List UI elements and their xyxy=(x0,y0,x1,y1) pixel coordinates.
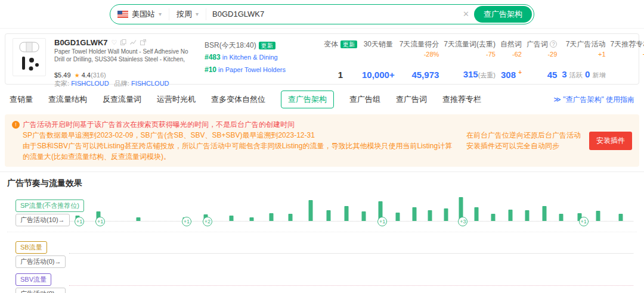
star-icon: ★ xyxy=(75,72,80,79)
sbv-campaigns-link[interactable]: 广告活动(0)→ xyxy=(16,288,66,293)
clear-search-icon[interactable]: ✕ xyxy=(458,10,474,18)
info-icon[interactable]: ? xyxy=(550,40,557,48)
sp-traffic-label[interactable]: SP流量(不含推荐位) xyxy=(16,200,84,212)
campaign-active-value[interactable]: 3 xyxy=(562,69,566,79)
score-value[interactable]: 45,973 xyxy=(400,70,439,80)
sbv-traffic-label[interactable]: SBV流量 xyxy=(16,273,51,286)
adwords-delta: -29 xyxy=(527,51,557,60)
stat-variant: 变体更新 1 xyxy=(324,39,357,80)
row-separator xyxy=(7,232,637,232)
seller-link[interactable]: FISHCLOUD xyxy=(71,80,109,87)
notice-line-1: 广告活动开启时间基于该广告首次在搜索页获得曝光的时间，不是后台广告的创建时间 xyxy=(23,119,295,130)
external-link-icon[interactable] xyxy=(140,39,146,46)
campaign-delta: +1 xyxy=(562,51,605,60)
stat-sales-30d: 30天销量 10,000+ xyxy=(362,39,395,80)
rec-delta: +1 xyxy=(611,51,644,60)
variant-value: 1 xyxy=(324,70,357,80)
tab-traffic-structure[interactable]: 查流量结构 xyxy=(48,94,87,105)
sb-campaigns-link[interactable]: 广告活动(0)→ xyxy=(16,255,66,268)
product-image[interactable] xyxy=(13,38,46,76)
plugin-promo-line-1: 在前台广告位逆向还原后台广告活动 xyxy=(466,130,581,141)
organic-plus: + xyxy=(518,69,522,76)
product-main-info: B0GD1GLWK7 ♡ Paper Towel Holder Wall Mou… xyxy=(54,38,196,80)
search-input[interactable] xyxy=(206,10,458,18)
install-plugin-button[interactable]: 安装插件 xyxy=(589,132,632,150)
site-select-label: 美国站 xyxy=(132,9,155,20)
product-rating: 4.4 xyxy=(82,71,91,79)
product-asin[interactable]: B0GD1GLWK7 xyxy=(54,38,108,47)
copy-icon[interactable] xyxy=(120,39,126,46)
favorite-heart-icon[interactable]: ♡ xyxy=(112,39,117,46)
rec-value[interactable]: 6 xyxy=(611,70,644,80)
bsr-rank-1: #483 xyxy=(205,53,221,61)
words-suffix: (去重) xyxy=(478,71,496,79)
search-button[interactable]: 查广告架构 xyxy=(474,6,532,23)
guide-chevrons-icon: ≫ xyxy=(553,95,561,104)
tab-time-machine[interactable]: 运营时光机 xyxy=(157,94,196,105)
variant-update-badge[interactable]: 更新 xyxy=(340,40,357,48)
organic-value[interactable]: 308 xyxy=(501,70,516,80)
tab-ad-architecture[interactable]: 查广告架构 xyxy=(281,91,334,108)
stat-ad-words: 广告词 ? -29 45 xyxy=(527,39,557,80)
sb-baseline xyxy=(69,253,633,254)
bsr-category-1-link[interactable]: in Kitchen & Dining xyxy=(222,54,278,61)
ad-rhythm-chart: SP流量(不含推荐位) 广告活动(10)→ +1+1+1+2+1+3+1 SB流… xyxy=(7,192,637,293)
period-select-label: 按周 xyxy=(177,9,192,20)
organic-delta: -62 xyxy=(500,51,522,60)
words-delta: -75 xyxy=(444,51,496,60)
sales-value[interactable]: 10,000+ xyxy=(362,70,395,80)
sp-campaign-annotations: +1+1+1+2+1+3+1 xyxy=(69,217,633,226)
sb-traffic-label[interactable]: SB流量 xyxy=(16,241,47,254)
campaign-count-badge: +1 xyxy=(75,217,84,226)
product-seller-row: 卖家: FISHCLOUD 品牌: FISHCLOUD xyxy=(54,79,196,88)
words-value[interactable]: 315 xyxy=(463,69,478,79)
score-label: 7天流量得分 xyxy=(400,39,439,49)
organic-label: 自然词 xyxy=(500,39,522,49)
adwords-label: 广告词 xyxy=(527,40,548,48)
product-rating-count: (316) xyxy=(91,71,106,79)
brand-label: 品牌: xyxy=(114,80,129,87)
campaign-count-badge: +3 xyxy=(458,217,467,226)
period-select[interactable]: 按周 ▾ xyxy=(169,8,206,20)
stat-traffic-words-7d: 7天流量词(去重) -75 315(去重) xyxy=(444,39,496,80)
campaign-new-value[interactable]: 0 xyxy=(585,69,590,79)
campaign-active-label: 活跃 xyxy=(569,71,583,79)
usage-guide-link[interactable]: ≫ "查广告架构" 使用指南 xyxy=(553,95,634,105)
tab-ad-keywords[interactable]: 查广告词 xyxy=(396,94,427,105)
tab-ad-groups[interactable]: 查广告组 xyxy=(349,94,380,105)
campaign-new-label: 新增 xyxy=(593,71,606,79)
plugin-promo-line-2: 安装插件还可以完全自动同步 xyxy=(466,141,581,151)
trend-icon[interactable] xyxy=(130,39,137,46)
brand-link[interactable]: FISHCLOUD xyxy=(131,80,169,87)
campaign-count-badge: +1 xyxy=(182,217,191,226)
words-label: 7天流量词(去重) xyxy=(444,39,496,49)
product-stats: 变体更新 1 30天销量 10,000+ 7天流量得分 -28% 45,973 … xyxy=(324,38,644,80)
search-pill: 美国站 ▾ 按周 ▾ ✕ 查广告架构 xyxy=(110,4,534,24)
stat-organic-words: 自然词 -62 308 + xyxy=(500,39,522,80)
tab-recommend-columns[interactable]: 查推荐专栏 xyxy=(442,94,481,105)
guide-link-label: "查广告架构" 使用指南 xyxy=(563,95,634,104)
notice-line-2: SP广告数据最早追溯到2023-02-09，SB广告(含SB、SBV、SB+SB… xyxy=(12,130,458,141)
plugin-promo-text: 在前台广告位逆向还原后台广告活动 安装插件还可以完全自动同步 xyxy=(466,130,581,151)
adwords-value[interactable]: 45 xyxy=(527,70,557,80)
stat-recommend-columns-7d: 7天推荐专栏 +1 6 xyxy=(611,39,644,80)
top-search-bar: 美国站 ▾ 按周 ▾ ✕ 查广告架构 xyxy=(0,0,644,29)
stat-traffic-score-7d: 7天流量得分 -28% 45,973 xyxy=(400,39,439,80)
campaign-count-badge: +1 xyxy=(95,217,105,226)
sp-campaigns-link[interactable]: 广告活动(10)→ xyxy=(16,214,70,226)
campaign-count-badge: +1 xyxy=(377,217,387,226)
bsr-rank-2: #10 xyxy=(205,66,216,74)
tab-reverse-keywords[interactable]: 反查流量词 xyxy=(103,94,141,105)
tab-variant-organic-rank[interactable]: 查多变体自然位 xyxy=(211,94,265,105)
bsr-update-badge[interactable]: 更新 xyxy=(259,42,275,49)
bsr-label: BSR(今天18:40) xyxy=(205,41,256,49)
sbv-baseline xyxy=(69,285,633,286)
seller-label: 卖家: xyxy=(54,80,69,87)
tab-sales[interactable]: 查销量 xyxy=(10,94,33,105)
campaign-count-badge: +1 xyxy=(579,217,589,226)
campaign-label: 7天广告活动 xyxy=(562,39,605,49)
site-select[interactable]: 美国站 ▾ xyxy=(110,8,169,20)
bsr-category-2-link[interactable]: in Paper Towel Holders xyxy=(218,66,286,73)
product-price: $5.49 xyxy=(54,71,71,79)
score-delta: -28% xyxy=(400,51,439,60)
